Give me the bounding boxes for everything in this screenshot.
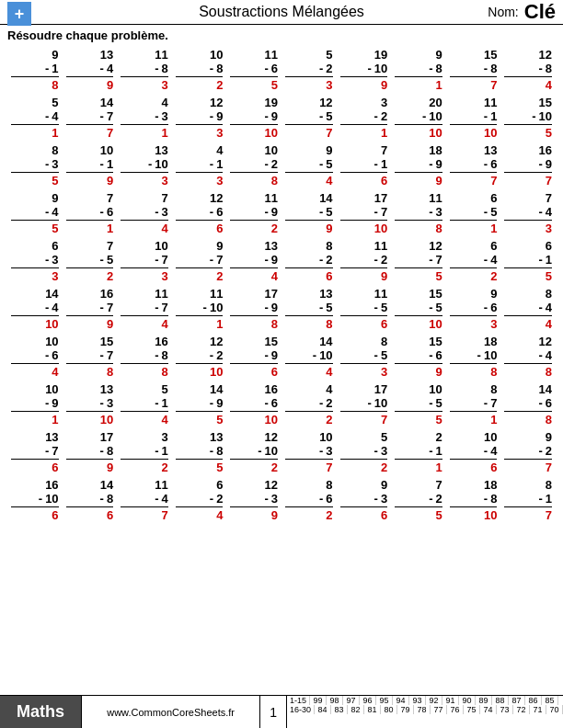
problem-top: 16 — [155, 335, 167, 348]
problem-ans: 1 — [107, 222, 113, 235]
problem-ans: 5 — [52, 222, 58, 235]
problem-sub: -7 — [429, 253, 442, 267]
problem-top: 18 — [484, 335, 497, 348]
problem-sub: -6 — [100, 205, 114, 219]
problem-top: 12 — [319, 96, 332, 109]
problem-98: 18 -8 10 — [446, 476, 501, 524]
problem-sub: -10 — [367, 396, 387, 410]
problem-top: 7 — [107, 191, 113, 205]
problem-line — [230, 363, 278, 364]
problem-ans: 4 — [52, 365, 58, 379]
problem-line — [176, 315, 224, 316]
problem-sub: -5 — [374, 348, 388, 362]
problem-sub: -6 — [429, 348, 442, 362]
problem-top: 11 — [265, 48, 278, 62]
problem-top: 17 — [374, 191, 387, 205]
problem-line — [11, 220, 59, 221]
problem-ans: 5 — [216, 413, 223, 427]
problem-83: 13 -8 5 — [172, 428, 227, 476]
problem-line — [230, 124, 278, 125]
score-cell: 73 — [497, 705, 513, 714]
problem-sub: -3 — [429, 205, 442, 219]
problem-sub: -1 — [45, 62, 59, 75]
problem-line — [121, 220, 168, 221]
problem-sub: -6 — [264, 62, 278, 75]
problems-grid: 9 -1 8 13 -4 9 11 -8 3 10 -8 2 11 -6 5 5… — [0, 46, 563, 524]
problem-top: 9 — [546, 430, 552, 444]
problem-sub: -10 — [477, 348, 498, 362]
problem-ans: 10 — [45, 317, 58, 331]
problem-sub: -2 — [374, 109, 388, 123]
problem-top: 15 — [429, 335, 442, 348]
problem-79: 14 -6 8 — [500, 381, 556, 428]
problem-51: 16 -7 9 — [63, 285, 118, 333]
problem-54: 17 -9 8 — [226, 285, 282, 333]
problem-top: 11 — [155, 287, 167, 301]
problem-line — [66, 315, 114, 316]
problem-top: 19 — [265, 96, 278, 109]
problem-ans: 4 — [546, 317, 552, 331]
problem-top: 14 — [210, 382, 223, 396]
problem-sub: -7 — [100, 109, 114, 123]
problem-ans: 7 — [326, 461, 332, 474]
problem-top: 14 — [539, 382, 552, 396]
problem-line — [450, 220, 498, 221]
problem-top: 16 — [45, 478, 58, 492]
problem-line — [121, 124, 168, 125]
problem-line — [395, 411, 442, 412]
problem-line — [121, 459, 168, 460]
problem-ans: 3 — [546, 222, 552, 235]
problem-29: 16 -9 7 — [500, 142, 556, 189]
problem-80: 13 -7 6 — [7, 428, 63, 476]
cle-value: Clé — [524, 0, 556, 24]
score-cell: 79 — [397, 705, 414, 714]
problem-top: 5 — [52, 96, 58, 109]
problem-ans: 8 — [52, 78, 58, 92]
problem-5: 5 -2 3 — [282, 46, 337, 94]
problem-top: 8 — [546, 287, 552, 301]
problem-ans: 8 — [271, 174, 278, 188]
problem-ans: 8 — [490, 365, 497, 379]
problem-sub: -6 — [319, 492, 333, 506]
problem-line — [176, 459, 224, 460]
problem-top: 9 — [52, 191, 58, 205]
problem-sub: -8 — [429, 62, 442, 75]
problem-sub: -9 — [210, 109, 224, 123]
problem-ans: 9 — [381, 78, 387, 92]
problem-sub: -6 — [538, 396, 552, 410]
problem-10: 5 -4 1 — [7, 94, 63, 142]
footer-url: www.CommonCoreSheets.fr — [82, 696, 259, 728]
problem-top: 12 — [265, 430, 278, 444]
score-cell: 81 — [364, 705, 381, 714]
problem-16: 3 -2 1 — [337, 94, 392, 142]
problem-sub: -3 — [374, 444, 388, 458]
problem-top: 13 — [319, 287, 332, 301]
problem-line — [450, 459, 498, 460]
problem-line — [340, 459, 388, 460]
problem-line — [66, 459, 114, 460]
problem-sub: -10 — [258, 444, 278, 458]
problem-top: 8 — [490, 382, 497, 396]
problem-81: 17 -8 9 — [63, 428, 118, 476]
problem-36: 17 -7 10 — [337, 189, 392, 237]
problem-ans: 1 — [52, 413, 58, 427]
problem-top: 9 — [436, 48, 442, 62]
problem-ans: 2 — [162, 461, 168, 474]
problem-line — [121, 363, 168, 364]
problem-line — [285, 172, 333, 173]
problem-9: 12 -8 4 — [500, 46, 556, 94]
problem-top: 13 — [100, 382, 113, 396]
problem-sub: -9 — [429, 157, 442, 171]
problem-top: 4 — [326, 382, 332, 396]
problem-sub: -3 — [319, 444, 333, 458]
problem-sub: -10 — [148, 157, 168, 171]
problem-top: 8 — [326, 478, 332, 492]
problem-sub: -2 — [319, 253, 333, 267]
problem-line — [450, 363, 498, 364]
problem-69: 12 -4 8 — [500, 333, 556, 381]
problem-90: 16 -10 6 — [7, 476, 63, 524]
problem-sub: -6 — [484, 157, 498, 171]
problem-sub: -5 — [319, 109, 333, 123]
problem-line — [285, 506, 333, 507]
problem-line — [176, 411, 224, 412]
